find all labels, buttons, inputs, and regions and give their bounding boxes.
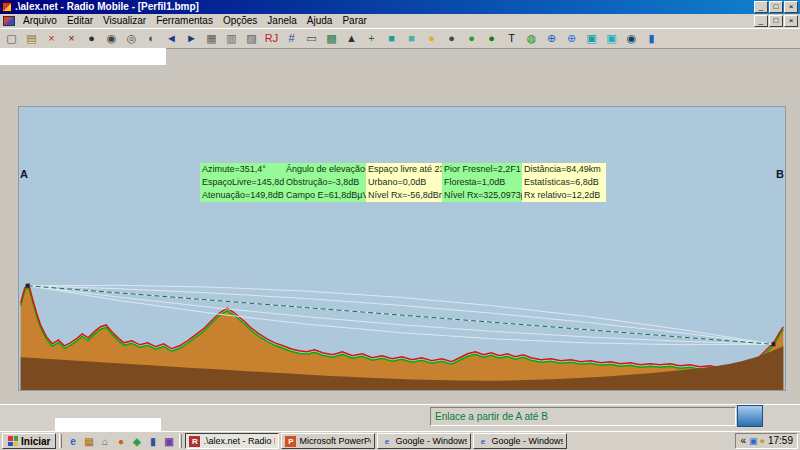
zoom-icon[interactable]: ◎ bbox=[122, 30, 141, 47]
quicklaunch-app-icon[interactable]: ▣ bbox=[161, 434, 176, 449]
back-icon[interactable]: ◄ bbox=[162, 30, 181, 47]
info-row: EspaçoLivre=145,8dBObstrução=-3,8dBUrban… bbox=[200, 176, 606, 189]
info-cell: Rx relativo=12,2dB bbox=[522, 189, 606, 202]
menu-item-ajuda[interactable]: Ajuda bbox=[302, 14, 338, 28]
map2-icon[interactable]: ■ bbox=[402, 30, 421, 47]
menu-item-opções[interactable]: Opções bbox=[218, 14, 262, 28]
task-label: Google - Windows Intern... bbox=[395, 436, 467, 446]
terrain-profile-svg bbox=[19, 107, 785, 390]
camera-icon[interactable]: ◉ bbox=[102, 30, 121, 47]
taskbar-task-1[interactable]: R.\alex.net - Radio Mobil... bbox=[185, 433, 279, 449]
tray-network-icon[interactable]: ▣ bbox=[749, 434, 758, 448]
mesh-icon[interactable]: ◍ bbox=[522, 30, 541, 47]
contrast-icon[interactable]: ◐ bbox=[142, 30, 161, 47]
info-cell: Atenuação=149,8dB bbox=[200, 189, 284, 202]
globe2-icon[interactable]: ⊕ bbox=[562, 30, 581, 47]
window-title: .\alex.net - Radio Mobile - [Perfil1.bmp… bbox=[15, 0, 199, 14]
menu-item-parar[interactable]: Parar bbox=[337, 14, 371, 28]
start-label: Iniciar bbox=[21, 436, 50, 447]
coverage2-icon[interactable]: ● bbox=[482, 30, 501, 47]
sun-icon[interactable]: ● bbox=[422, 30, 441, 47]
task-label: Microsoft PowerPoint - [... bbox=[299, 436, 371, 446]
info-cell: Estatísticas=6,8dB bbox=[522, 176, 606, 189]
info-cell: Nível Rx=-56,8dBm bbox=[366, 189, 442, 202]
powerpoint-icon: P bbox=[285, 436, 296, 447]
eye-icon[interactable]: ◉ bbox=[622, 30, 641, 47]
info-cell: Azimute=351,4° bbox=[200, 163, 284, 176]
quicklaunch-messenger-icon[interactable]: ◆ bbox=[129, 434, 144, 449]
quicklaunch-show-desktop-icon[interactable]: ⌂ bbox=[97, 434, 112, 449]
picture-icon[interactable]: ▩ bbox=[322, 30, 341, 47]
task-label: .\alex.net - Radio Mobil... bbox=[203, 436, 275, 446]
coverage-icon[interactable]: ● bbox=[462, 30, 481, 47]
info-cell: Distância=84,49km bbox=[522, 163, 606, 176]
cut-icon[interactable]: × bbox=[42, 30, 61, 47]
info-row: Azimute=351,4°Ângulo de elevação=-0,459°… bbox=[200, 163, 606, 176]
new-file-icon[interactable]: ▢ bbox=[2, 30, 21, 47]
menu-item-visualizar[interactable]: Visualizar bbox=[98, 14, 151, 28]
start-button[interactable]: Iniciar bbox=[2, 433, 56, 449]
table-icon[interactable]: ▥ bbox=[222, 30, 241, 47]
rj-icon[interactable]: RJ bbox=[262, 30, 281, 47]
taskbar-task-3[interactable]: eGoogle - Windows Intern... bbox=[377, 433, 471, 449]
close-button[interactable]: × bbox=[784, 1, 798, 13]
menu-items: ArquivoEditarVisualizarFerramentasOpções… bbox=[18, 14, 372, 28]
taskbar: Iniciar e▤⌂●◆▮▣ R.\alex.net - Radio Mobi… bbox=[0, 431, 800, 450]
forward-icon[interactable]: ► bbox=[182, 30, 201, 47]
map-icon[interactable]: ■ bbox=[382, 30, 401, 47]
menu-item-editar[interactable]: Editar bbox=[62, 14, 98, 28]
quicklaunch-media-player-icon[interactable]: ● bbox=[113, 434, 128, 449]
info-cell: Pior Fresnel=2,2F1 bbox=[442, 163, 522, 176]
tray-volume-icon[interactable]: ● bbox=[760, 434, 765, 448]
text-icon[interactable]: T bbox=[502, 30, 521, 47]
menu-item-arquivo[interactable]: Arquivo bbox=[18, 14, 62, 28]
child-close-button[interactable]: × bbox=[784, 15, 798, 27]
record-icon[interactable]: ● bbox=[82, 30, 101, 47]
blank-region-bottom bbox=[55, 418, 161, 431]
taskbar-clock: 17:59 bbox=[768, 434, 793, 448]
cyan-map-icon[interactable]: ▣ bbox=[582, 30, 601, 47]
child-restore-button[interactable]: □ bbox=[769, 15, 783, 27]
document-icon[interactable] bbox=[3, 16, 15, 26]
info-cell: Campo E=61,8dBµV/m bbox=[284, 189, 366, 202]
delete-icon[interactable]: × bbox=[62, 30, 81, 47]
quicklaunch-outlook-icon[interactable]: ▤ bbox=[81, 434, 96, 449]
network-icon[interactable]: # bbox=[282, 30, 301, 47]
cyan-map2-icon[interactable]: ▣ bbox=[602, 30, 621, 47]
endpoint-b-label: B bbox=[776, 168, 784, 180]
taskbar-task-2[interactable]: PMicrosoft PowerPoint - [... bbox=[281, 433, 375, 449]
tray-icons: ▣● bbox=[749, 434, 765, 448]
tray-expand-chevron[interactable]: « bbox=[740, 434, 746, 448]
info-cell: EspaçoLivre=145,8dB bbox=[200, 176, 284, 189]
info-cell: Nível Rx=325,0973µV bbox=[442, 189, 522, 202]
link-info-table: Azimute=351,4°Ângulo de elevação=-0,459°… bbox=[200, 163, 606, 202]
hatch-icon[interactable]: ▨ bbox=[242, 30, 261, 47]
quicklaunch-internet-explorer-icon[interactable]: e bbox=[65, 434, 80, 449]
info-cell: Ângulo de elevação=-0,459° bbox=[284, 163, 366, 176]
antenna-icon[interactable]: ▲ bbox=[342, 30, 361, 47]
status-mini-window[interactable] bbox=[737, 405, 763, 427]
quicklaunch-word-icon[interactable]: ▮ bbox=[145, 434, 160, 449]
night-icon[interactable]: ● bbox=[442, 30, 461, 47]
info-cell: Floresta=1,0dB bbox=[442, 176, 522, 189]
print-icon[interactable]: ▭ bbox=[302, 30, 321, 47]
internet-explorer-icon: e bbox=[477, 436, 488, 447]
window-titlebar: .\alex.net - Radio Mobile - [Perfil1.bmp… bbox=[0, 0, 800, 14]
menu-item-janela[interactable]: Janela bbox=[262, 14, 301, 28]
menu-item-ferramentas[interactable]: Ferramentas bbox=[151, 14, 218, 28]
endpoint-a-label: A bbox=[20, 168, 28, 180]
windows-logo-icon bbox=[8, 436, 18, 446]
add-icon[interactable]: + bbox=[362, 30, 381, 47]
site-a-marker bbox=[26, 284, 30, 288]
child-minimize-button[interactable]: _ bbox=[754, 15, 768, 27]
grid-icon[interactable]: ▦ bbox=[202, 30, 221, 47]
chart-icon[interactable]: ▮ bbox=[642, 30, 661, 47]
minimize-button[interactable]: _ bbox=[754, 1, 768, 13]
open-folder-icon[interactable]: ▤ bbox=[22, 30, 41, 47]
radio-mobile-icon: R bbox=[189, 436, 200, 447]
restore-button[interactable]: □ bbox=[769, 1, 783, 13]
taskbar-task-4[interactable]: eGoogle - Windows Intern... bbox=[473, 433, 567, 449]
menu-bar: ArquivoEditarVisualizarFerramentasOpções… bbox=[0, 14, 800, 28]
globe-icon[interactable]: ⊕ bbox=[542, 30, 561, 47]
info-row: Atenuação=149,8dBCampo E=61,8dBµV/mNível… bbox=[200, 189, 606, 202]
